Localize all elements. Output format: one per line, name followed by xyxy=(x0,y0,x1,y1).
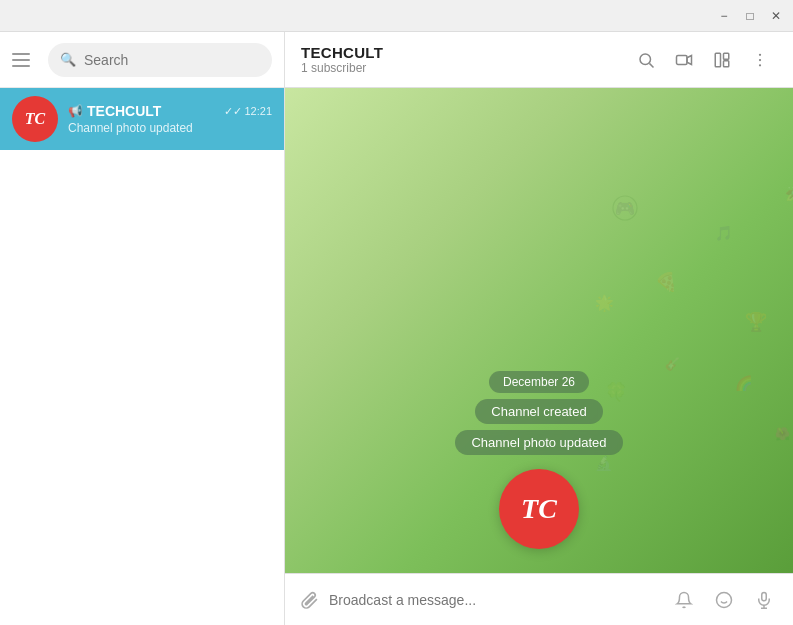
system-message-created: Channel created xyxy=(475,399,602,424)
sidebar: 🔍 TC 📢 TECHCULT ✓✓ 12:21 Channel photo u… xyxy=(0,32,285,625)
svg-rect-2 xyxy=(677,55,688,64)
chat-messages: 🎮 🍕 🎵 🚀 💡 🐱 🎨 ⚽ 🌟 🏆 🎯 🦋 🍀 🌈 🎪 🔬 xyxy=(285,88,793,573)
notification-button[interactable] xyxy=(669,585,699,615)
message-input[interactable] xyxy=(329,592,659,608)
minimize-button[interactable]: − xyxy=(715,7,733,25)
chat-item-techcult[interactable]: TC 📢 TECHCULT ✓✓ 12:21 Channel photo upd… xyxy=(0,88,284,150)
attach-button[interactable] xyxy=(299,590,319,610)
chat-header-subscribers: 1 subscriber xyxy=(301,61,621,75)
search-input[interactable] xyxy=(84,52,260,68)
search-icon: 🔍 xyxy=(60,52,76,67)
hamburger-button[interactable] xyxy=(12,48,36,72)
titlebar: − □ ✕ xyxy=(0,0,793,32)
svg-rect-6 xyxy=(724,60,729,66)
avatar-large-text: TC xyxy=(521,493,557,525)
time-text: 12:21 xyxy=(244,105,272,117)
sidebar-header: 🔍 xyxy=(0,32,284,88)
svg-line-1 xyxy=(649,63,653,67)
avatar-text: TC xyxy=(25,110,45,128)
megaphone-icon: 📢 xyxy=(68,104,83,118)
layout-button[interactable] xyxy=(705,43,739,77)
avatar: TC xyxy=(12,96,58,142)
chat-info: 📢 TECHCULT ✓✓ 12:21 Channel photo update… xyxy=(68,103,272,135)
date-badge: December 26 xyxy=(489,371,589,393)
more-button[interactable] xyxy=(743,43,777,77)
chat-preview: Channel photo updated xyxy=(68,121,272,135)
chat-name-row: 📢 TECHCULT ✓✓ 12:21 xyxy=(68,103,272,119)
read-icon: ✓✓ xyxy=(224,105,242,118)
channel-avatar-large: TC xyxy=(499,469,579,549)
search-box[interactable]: 🔍 xyxy=(48,43,272,77)
emoji-button[interactable] xyxy=(709,585,739,615)
chat-input-bar xyxy=(285,573,793,625)
svg-point-9 xyxy=(759,64,761,66)
svg-rect-4 xyxy=(715,53,720,67)
app-body: 🔍 TC 📢 TECHCULT ✓✓ 12:21 Channel photo u… xyxy=(0,32,793,625)
search-button[interactable] xyxy=(629,43,663,77)
maximize-button[interactable]: □ xyxy=(741,7,759,25)
svg-point-31 xyxy=(717,592,732,607)
video-button[interactable] xyxy=(667,43,701,77)
svg-point-8 xyxy=(759,58,761,60)
chat-header-info: TECHCULT 1 subscriber xyxy=(301,44,621,75)
chat-header-name: TECHCULT xyxy=(301,44,621,61)
svg-rect-5 xyxy=(724,53,729,59)
chat-name: TECHCULT xyxy=(87,103,220,119)
svg-rect-34 xyxy=(762,592,767,600)
chat-time: ✓✓ 12:21 xyxy=(224,105,272,118)
svg-point-7 xyxy=(759,53,761,55)
header-icons xyxy=(629,43,777,77)
chat-header: TECHCULT 1 subscriber xyxy=(285,32,793,88)
messages-container: December 26 Channel created Channel phot… xyxy=(285,88,793,573)
svg-marker-3 xyxy=(687,55,692,64)
chat-area: TECHCULT 1 subscriber xyxy=(285,32,793,625)
system-message-photo: Channel photo updated xyxy=(455,430,622,455)
mic-button[interactable] xyxy=(749,585,779,615)
close-button[interactable]: ✕ xyxy=(767,7,785,25)
svg-point-0 xyxy=(640,54,651,65)
